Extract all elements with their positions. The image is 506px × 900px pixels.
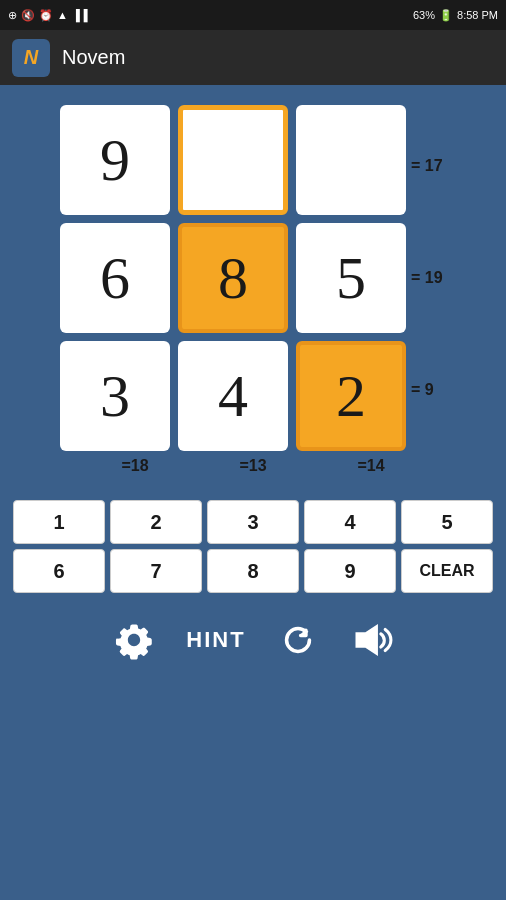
number-grid: 9 6 8 5 3 bbox=[60, 105, 406, 451]
alarm-icon: ⏰ bbox=[39, 9, 53, 22]
sound-icon bbox=[350, 618, 394, 662]
cell-2-0[interactable]: 3 bbox=[60, 341, 170, 451]
num-row-2: 6 7 8 9 CLEAR bbox=[13, 549, 493, 593]
num-row-1: 1 2 3 4 5 bbox=[13, 500, 493, 544]
cell-0-2[interactable] bbox=[296, 105, 406, 215]
hint-button[interactable]: HINT bbox=[186, 627, 245, 653]
status-right-icons: 63% 🔋 8:58 PM bbox=[413, 9, 498, 22]
app-icon: N bbox=[12, 39, 50, 77]
hint-label: HINT bbox=[186, 627, 245, 653]
col-sum-2: =14 bbox=[316, 457, 426, 475]
num-btn-8[interactable]: 8 bbox=[207, 549, 299, 593]
cell-2-2[interactable]: 2 bbox=[296, 341, 406, 451]
col-sum-1: =13 bbox=[198, 457, 308, 475]
app-icon-letter: N bbox=[24, 46, 38, 69]
refresh-icon bbox=[276, 618, 320, 662]
svg-marker-0 bbox=[357, 627, 376, 653]
bottom-controls: HINT bbox=[112, 618, 393, 662]
grid-with-row-sums: 9 6 8 5 3 bbox=[60, 105, 446, 451]
grid-area: 9 6 8 5 3 bbox=[60, 105, 446, 475]
clear-button[interactable]: CLEAR bbox=[401, 549, 493, 593]
num-btn-7[interactable]: 7 bbox=[110, 549, 202, 593]
cell-2-1[interactable]: 4 bbox=[178, 341, 288, 451]
cell-1-0[interactable]: 6 bbox=[60, 223, 170, 333]
num-btn-3[interactable]: 3 bbox=[207, 500, 299, 544]
wifi-icon: ▲ bbox=[57, 9, 68, 21]
number-buttons: 1 2 3 4 5 6 7 8 9 CLEAR bbox=[13, 500, 493, 593]
cell-0-1[interactable] bbox=[178, 105, 288, 215]
cell-0-0[interactable]: 9 bbox=[60, 105, 170, 215]
refresh-button[interactable] bbox=[276, 618, 320, 662]
num-btn-5[interactable]: 5 bbox=[401, 500, 493, 544]
app-title: Novem bbox=[62, 46, 125, 69]
gear-icon bbox=[112, 618, 156, 662]
battery-text: 63% bbox=[413, 9, 435, 21]
num-btn-2[interactable]: 2 bbox=[110, 500, 202, 544]
sound-button[interactable] bbox=[350, 618, 394, 662]
mute-icon: 🔇 bbox=[21, 9, 35, 22]
network-icon: ▐▐ bbox=[72, 9, 88, 21]
row-sum-2: = 9 bbox=[411, 335, 446, 445]
battery-icon: 🔋 bbox=[439, 9, 453, 22]
settings-button[interactable] bbox=[112, 618, 156, 662]
row-sums: = 17 = 19 = 9 bbox=[411, 105, 446, 451]
time-display: 8:58 PM bbox=[457, 9, 498, 21]
title-bar: N Novem bbox=[0, 30, 506, 85]
col-sum-0: =18 bbox=[80, 457, 190, 475]
num-btn-9[interactable]: 9 bbox=[304, 549, 396, 593]
status-bar: ⊕ 🔇 ⏰ ▲ ▐▐ 63% 🔋 8:58 PM bbox=[0, 0, 506, 30]
num-btn-6[interactable]: 6 bbox=[13, 549, 105, 593]
row-sum-0: = 17 bbox=[411, 111, 446, 221]
main-content: 9 6 8 5 3 bbox=[0, 85, 506, 900]
num-btn-1[interactable]: 1 bbox=[13, 500, 105, 544]
cell-1-2[interactable]: 5 bbox=[296, 223, 406, 333]
status-left-icons: ⊕ 🔇 ⏰ ▲ ▐▐ bbox=[8, 9, 87, 22]
row-sum-1: = 19 bbox=[411, 223, 446, 333]
signal-icon: ⊕ bbox=[8, 9, 17, 22]
cell-1-1[interactable]: 8 bbox=[178, 223, 288, 333]
col-sums: =18 =13 =14 bbox=[80, 457, 426, 475]
num-btn-4[interactable]: 4 bbox=[304, 500, 396, 544]
